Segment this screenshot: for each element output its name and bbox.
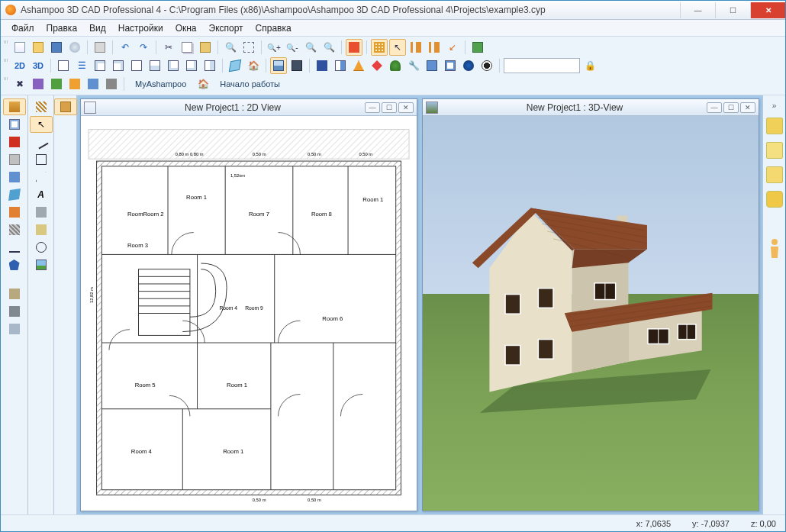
toolbar-grip[interactable] bbox=[4, 77, 8, 91]
tb2-icon[interactable] bbox=[147, 57, 163, 74]
zoom-out-button[interactable]: 🔍- bbox=[284, 39, 301, 56]
paint-tool[interactable] bbox=[3, 204, 26, 221]
view-3d-button[interactable]: 3D bbox=[30, 57, 47, 74]
select-tool[interactable]: ↖ bbox=[30, 116, 53, 133]
tb2-split-icon[interactable] bbox=[332, 57, 349, 74]
tb3-icon[interactable] bbox=[103, 76, 120, 92]
tb2-camera-icon[interactable] bbox=[288, 57, 305, 74]
link-button[interactable] bbox=[469, 39, 486, 56]
tb2-color-icon[interactable] bbox=[314, 57, 330, 74]
new-file-button[interactable] bbox=[11, 39, 28, 56]
image-tool[interactable] bbox=[30, 256, 53, 273]
tb2-icon[interactable] bbox=[201, 57, 218, 74]
export-tool[interactable] bbox=[3, 303, 26, 320]
building-tool[interactable] bbox=[3, 285, 26, 302]
text-tool[interactable]: A bbox=[30, 186, 53, 203]
view-2d-button[interactable]: 2D bbox=[11, 57, 28, 74]
tb2-grid2-icon[interactable] bbox=[424, 57, 440, 74]
zoom-in-button[interactable]: 🔍+ bbox=[266, 39, 282, 56]
fill-tool[interactable] bbox=[30, 221, 53, 238]
copy-button[interactable] bbox=[179, 39, 195, 56]
tb2-house-icon[interactable]: 🏠 bbox=[245, 57, 262, 74]
paste-button[interactable] bbox=[197, 39, 214, 56]
tb2-tree-icon[interactable] bbox=[387, 57, 404, 74]
wall-draw-tool[interactable] bbox=[54, 98, 77, 115]
lock-button[interactable]: 🔒 bbox=[581, 57, 598, 74]
ellipse-tool[interactable] bbox=[30, 239, 53, 256]
grid-button[interactable] bbox=[371, 39, 388, 56]
person-icon[interactable] bbox=[768, 238, 781, 260]
cut-button[interactable]: ✂ bbox=[160, 39, 177, 56]
shield-tool[interactable] bbox=[3, 256, 26, 273]
catalog-button-4[interactable] bbox=[766, 191, 783, 208]
catalog-button-2[interactable] bbox=[766, 142, 783, 159]
tb2-icon[interactable] bbox=[55, 57, 72, 74]
tb2-icon[interactable] bbox=[183, 57, 200, 74]
tb3-icon[interactable] bbox=[66, 76, 83, 92]
save-button[interactable] bbox=[48, 39, 65, 56]
walls-tool[interactable] bbox=[3, 98, 26, 115]
print-button[interactable] bbox=[92, 39, 108, 56]
open-file-button[interactable] bbox=[30, 39, 47, 56]
hatch-tool[interactable] bbox=[30, 98, 53, 115]
panel-close-button[interactable]: ✕ bbox=[740, 102, 755, 113]
panel-close-button[interactable]: ✕ bbox=[398, 102, 414, 113]
toolbar-dropdown[interactable] bbox=[504, 58, 580, 73]
tb3-wrench-icon[interactable]: ✖ bbox=[11, 76, 28, 92]
tb3-k-icon[interactable] bbox=[30, 76, 47, 92]
getting-started-button[interactable]: Начало работы bbox=[213, 76, 287, 92]
layer-tool[interactable] bbox=[3, 321, 26, 337]
tb3-icon[interactable] bbox=[85, 76, 101, 92]
tb2-icon[interactable] bbox=[92, 57, 108, 74]
toolbar-grip[interactable] bbox=[4, 59, 8, 73]
menu-settings[interactable]: Настройки bbox=[112, 21, 169, 35]
stop-button[interactable] bbox=[346, 39, 362, 56]
tb2-icon[interactable] bbox=[110, 57, 127, 74]
tb2-image-icon[interactable] bbox=[270, 57, 287, 74]
zoom-window-button[interactable] bbox=[240, 39, 257, 56]
tb3-icon[interactable] bbox=[48, 76, 65, 92]
view-2d[interactable]: RoomRoom 2 Room 3 Room 1 Room 7 Room 8 R… bbox=[81, 116, 417, 511]
tb2-wrench-icon[interactable]: 🔧 bbox=[405, 57, 422, 74]
menu-windows[interactable]: Окна bbox=[169, 21, 203, 35]
diagonal-button[interactable]: ↙ bbox=[444, 39, 461, 56]
tb2-target-icon[interactable] bbox=[478, 57, 495, 74]
panel-min-button[interactable]: — bbox=[365, 102, 380, 113]
rect-tool[interactable] bbox=[30, 151, 53, 168]
tb2-icon[interactable] bbox=[128, 57, 145, 74]
catalog-button-1[interactable] bbox=[766, 118, 783, 134]
tb2-diamond-icon[interactable] bbox=[369, 57, 385, 74]
panel-max-button[interactable]: ☐ bbox=[723, 102, 739, 113]
tb2-icon[interactable]: ☰ bbox=[73, 57, 90, 74]
zoom-all-button[interactable]: 🔍 bbox=[321, 39, 337, 56]
zoom-tool-button[interactable]: 🔍 bbox=[222, 39, 239, 56]
toolbar-grip[interactable] bbox=[4, 40, 8, 54]
ruler-v-button[interactable] bbox=[407, 39, 424, 56]
dimension-tool[interactable] bbox=[3, 239, 26, 256]
menu-view[interactable]: Вид bbox=[83, 21, 112, 35]
home-icon[interactable]: 🏠 bbox=[195, 76, 211, 92]
menu-export[interactable]: Экспорт bbox=[203, 21, 250, 35]
tb2-warn-icon[interactable] bbox=[350, 57, 367, 74]
catalog-button-3[interactable] bbox=[766, 166, 783, 183]
menu-edit[interactable]: Правка bbox=[40, 21, 84, 35]
myashampoo-button[interactable]: MyAshampoo bbox=[128, 76, 193, 92]
panel-min-button[interactable]: — bbox=[707, 102, 722, 113]
windows-tool[interactable] bbox=[3, 116, 26, 133]
floor-tool[interactable] bbox=[3, 151, 26, 168]
save-as-button[interactable] bbox=[66, 39, 83, 56]
maximize-button[interactable] bbox=[715, 2, 750, 18]
measure-tool[interactable] bbox=[30, 204, 53, 221]
menu-help[interactable]: Справка bbox=[250, 21, 298, 35]
icon-tool[interactable] bbox=[3, 169, 26, 185]
menu-file[interactable]: Файл bbox=[5, 21, 40, 35]
panel-max-button[interactable]: ☐ bbox=[382, 102, 397, 113]
tb2-cube-icon[interactable] bbox=[227, 57, 243, 74]
tb2-window-icon[interactable] bbox=[442, 57, 459, 74]
expand-arrows-icon[interactable]: » bbox=[772, 102, 777, 110]
close-button[interactable] bbox=[750, 2, 785, 18]
undo-button[interactable]: ↶ bbox=[117, 39, 134, 56]
tb2-icon[interactable] bbox=[165, 57, 182, 74]
3d-tool[interactable] bbox=[3, 186, 26, 203]
zoom-fit-button[interactable]: 🔍 bbox=[302, 39, 319, 56]
